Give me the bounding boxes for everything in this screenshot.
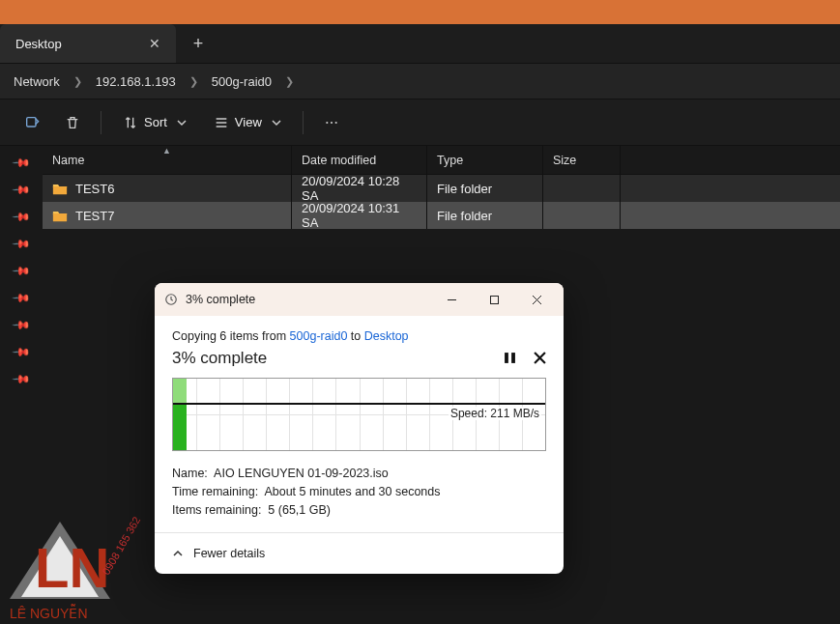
new-tab-button[interactable]: + bbox=[193, 34, 204, 54]
svg-rect-11 bbox=[505, 353, 508, 363]
clock-icon bbox=[164, 293, 178, 306]
folder-icon bbox=[52, 210, 68, 222]
chevron-down-icon bbox=[177, 118, 187, 128]
percent-complete: 3% complete bbox=[172, 349, 267, 368]
svg-rect-12 bbox=[511, 353, 515, 363]
column-name[interactable]: ▲ Name bbox=[43, 146, 292, 174]
pin-icon[interactable]: 📌 bbox=[12, 261, 32, 281]
speed-bar-light bbox=[173, 379, 187, 403]
column-date[interactable]: Date modified bbox=[292, 146, 427, 174]
items-label: Items remaining: bbox=[172, 503, 261, 517]
source-link[interactable]: 500g-raid0 bbox=[290, 329, 348, 343]
minimize-button[interactable] bbox=[434, 286, 469, 313]
crumb-folder[interactable]: 500g-raid0 bbox=[206, 71, 277, 93]
file-type: File folder bbox=[427, 202, 543, 229]
breadcrumb: Network ❯ 192.168.1.193 ❯ 500g-raid0 ❯ bbox=[0, 63, 840, 99]
file-name: TEST7 bbox=[75, 209, 114, 223]
svg-point-2 bbox=[331, 121, 333, 123]
dialog-titlebar[interactable]: 3% complete bbox=[155, 283, 564, 316]
share-icon[interactable] bbox=[15, 106, 48, 139]
column-size-label: Size bbox=[553, 154, 576, 167]
dialog-title: 3% complete bbox=[186, 293, 255, 306]
svg-rect-0 bbox=[27, 117, 36, 126]
close-button[interactable] bbox=[519, 286, 554, 313]
column-size[interactable]: Size bbox=[543, 146, 621, 174]
speed-bar-dark bbox=[173, 403, 187, 450]
sort-button[interactable]: Sort bbox=[113, 106, 196, 139]
column-type[interactable]: Type bbox=[427, 146, 543, 174]
column-name-label: Name bbox=[52, 154, 84, 167]
pause-button[interactable] bbox=[504, 351, 516, 367]
cancel-button[interactable] bbox=[534, 351, 546, 367]
pin-icon[interactable]: 📌 bbox=[12, 180, 32, 200]
table-row[interactable]: TEST6 20/09/2024 10:28 SA File folder bbox=[43, 175, 840, 202]
svg-rect-10 bbox=[490, 296, 498, 303]
crumb-network[interactable]: Network bbox=[8, 71, 66, 93]
copy-progress-dialog: 3% complete Copying 6 items from 500g-ra… bbox=[155, 283, 564, 574]
sort-asc-icon: ▲ bbox=[162, 146, 171, 156]
chevron-right-icon: ❯ bbox=[285, 75, 294, 88]
toolbar-separator bbox=[303, 111, 304, 134]
chevron-right-icon: ❯ bbox=[189, 75, 198, 88]
copy-details: Name: AIO LENGUYEN 01-09-2023.iso Time r… bbox=[172, 465, 546, 519]
copy-summary: Copying 6 items from 500g-raid0 to Deskt… bbox=[172, 329, 546, 343]
chevron-down-icon bbox=[272, 118, 281, 128]
items-value: 5 (65,1 GB) bbox=[268, 503, 331, 517]
tab-title: Desktop bbox=[15, 37, 62, 51]
file-size bbox=[543, 202, 621, 229]
time-value: About 5 minutes and 30 seconds bbox=[264, 485, 440, 498]
delete-icon[interactable] bbox=[56, 106, 89, 139]
speed-label: Speed: 211 MB/s bbox=[449, 407, 541, 420]
tab-desktop[interactable]: Desktop ✕ bbox=[0, 24, 176, 63]
more-icon[interactable] bbox=[315, 106, 348, 139]
svg-point-3 bbox=[334, 121, 336, 123]
maximize-button[interactable] bbox=[477, 286, 511, 313]
toolbar: Sort View bbox=[0, 99, 840, 146]
sort-label: Sort bbox=[144, 115, 167, 129]
chevron-up-icon bbox=[172, 548, 184, 559]
copy-prefix: Copying 6 items from bbox=[172, 329, 290, 343]
pin-icon[interactable]: 📌 bbox=[12, 153, 32, 173]
column-headers: ▲ Name Date modified Type Size bbox=[43, 146, 840, 175]
to-word: to bbox=[347, 329, 363, 343]
file-size bbox=[543, 175, 621, 202]
name-value: AIO LENGUYEN 01-09-2023.iso bbox=[214, 467, 389, 480]
chevron-right-icon: ❯ bbox=[73, 75, 82, 88]
file-date: 20/09/2024 10:31 SA bbox=[292, 202, 427, 229]
column-type-label: Type bbox=[437, 154, 463, 167]
pin-icon[interactable]: 📌 bbox=[12, 342, 32, 362]
speed-line bbox=[173, 403, 545, 405]
svg-point-1 bbox=[326, 121, 328, 123]
pin-icon[interactable]: 📌 bbox=[12, 288, 32, 308]
pin-icon[interactable]: 📌 bbox=[12, 234, 32, 254]
time-label: Time remaining: bbox=[172, 485, 258, 498]
folder-icon bbox=[52, 183, 68, 195]
dest-link[interactable]: Desktop bbox=[364, 329, 409, 343]
speed-chart: Speed: 211 MB/s bbox=[172, 378, 546, 451]
table-row[interactable]: TEST7 20/09/2024 10:31 SA File folder bbox=[43, 202, 840, 229]
file-name: TEST6 bbox=[75, 182, 114, 196]
column-date-label: Date modified bbox=[302, 154, 376, 167]
pin-icon[interactable]: 📌 bbox=[12, 315, 32, 335]
pin-icon[interactable]: 📌 bbox=[12, 369, 32, 389]
file-date: 20/09/2024 10:28 SA bbox=[292, 175, 427, 202]
pin-icon[interactable]: 📌 bbox=[12, 207, 32, 227]
toolbar-separator bbox=[101, 111, 101, 134]
view-button[interactable]: View bbox=[204, 106, 291, 139]
quick-access-strip: 📌 📌 📌 📌 📌 📌 📌 📌 📌 bbox=[0, 146, 43, 624]
tab-bar: Desktop ✕ + bbox=[0, 24, 840, 63]
view-label: View bbox=[235, 115, 262, 129]
fewer-details-label: Fewer details bbox=[193, 547, 265, 560]
separator bbox=[155, 532, 564, 533]
file-type: File folder bbox=[427, 175, 543, 202]
fewer-details-toggle[interactable]: Fewer details bbox=[155, 537, 564, 574]
crumb-ip[interactable]: 192.168.1.193 bbox=[90, 71, 182, 93]
close-tab-icon[interactable]: ✕ bbox=[149, 36, 160, 51]
name-label: Name: bbox=[172, 467, 208, 480]
